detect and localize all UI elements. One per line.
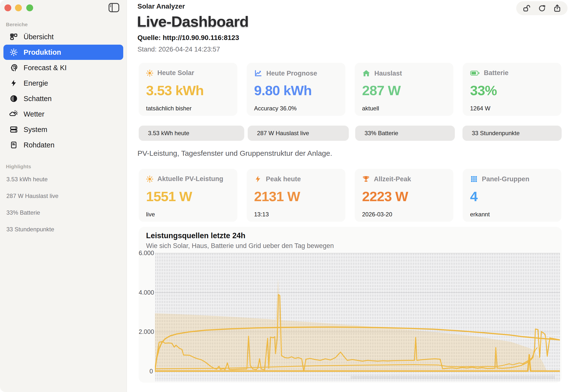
highlight-item: 3.53 kWh heute <box>0 171 127 188</box>
y-axis-tick-label: 2.000 <box>139 328 153 335</box>
sidebar-item-system[interactable]: System <box>3 122 123 137</box>
sidebar-section-header: Bereiche <box>0 22 127 29</box>
stat-card-value: 2223 W <box>362 188 408 204</box>
house-icon <box>362 69 370 78</box>
sidebar-nav: BereicheÜbersichtProduktionForecast & KI… <box>0 22 127 238</box>
server-icon <box>6 125 21 134</box>
stat-card-heute-solar: Heute Solar3.53 kWhtatsächlich bisher <box>139 63 237 116</box>
stat-card-hauslast: Hauslast287 Waktuell <box>355 63 453 116</box>
stat-card-value: 9.80 kWh <box>254 83 312 98</box>
trophy-icon <box>362 175 370 183</box>
highlight-item: 287 W Hauslast live <box>0 188 127 204</box>
stat-card-value: 4 <box>470 188 477 204</box>
sidebar-item-schatten[interactable]: Schatten <box>3 91 123 106</box>
chart-title: Leistungsquellen letzte 24h <box>146 231 246 240</box>
power-sources-chart <box>155 253 560 383</box>
stat-card-subtext: live <box>146 211 155 218</box>
highlight-item: 33 Stundenpunkte <box>0 221 127 238</box>
refresh-icon <box>538 4 546 13</box>
y-axis-tick-label: 0 <box>139 368 153 375</box>
summary-chip: 33 Stundenpunkte <box>463 126 562 141</box>
sidebar-item-label: Wetter <box>24 110 44 118</box>
sidebar: BereicheÜbersichtProduktionForecast & KI… <box>0 0 127 392</box>
stat-card-value: 33% <box>470 83 497 98</box>
stat-card-value: 3.53 kWh <box>146 83 204 98</box>
stat-card-label: Hauslast <box>374 70 402 77</box>
stat-card-label: Aktuelle PV-Leistung <box>157 175 223 183</box>
sidebar-item-produktion[interactable]: Produktion <box>3 45 123 60</box>
bolt-icon <box>254 175 262 183</box>
stat-card-value: 287 W <box>362 83 401 98</box>
stat-card-label: Heute Prognose <box>266 70 317 77</box>
stat-card-subtext: aktuell <box>362 105 379 112</box>
stat-card-panel-gruppen: Panel-Gruppen4erkannt <box>463 169 561 222</box>
share-button[interactable] <box>552 3 562 13</box>
sidebar-item-label: Schatten <box>24 95 52 103</box>
stat-card-heute-prognose: Heute Prognose9.80 kWhAccuracy 36.0% <box>247 63 345 116</box>
stat-card-peak-heute: Peak heute2131 W13:13 <box>247 169 345 222</box>
sidebar-item-rohdaten[interactable]: Rohdaten <box>3 137 123 153</box>
app-window: BereicheÜbersichtProduktionForecast & KI… <box>0 0 569 392</box>
chart-plot-area: 6.0004.0002.0000 <box>139 253 562 383</box>
stat-card-aktuelle-pv-leistung: Aktuelle PV-Leistung1551 Wlive <box>139 169 237 222</box>
refresh-button[interactable] <box>537 3 547 13</box>
sidebar-item-forecast-ki[interactable]: Forecast & KI <box>3 60 123 75</box>
chart-subtitle: Wie sich Solar, Haus, Batterie und Grid … <box>146 242 334 250</box>
y-axis-tick-label: 6.000 <box>139 250 153 257</box>
sun-icon <box>6 48 21 56</box>
sidebar-toggle-icon[interactable] <box>108 2 120 13</box>
highlight-item: 33% Batterie <box>0 204 127 221</box>
stat-card-label: Allzeit-Peak <box>374 175 411 183</box>
half-circle-icon <box>6 95 21 102</box>
document-icon <box>6 141 21 149</box>
stat-card-value: 1551 W <box>146 188 192 204</box>
stat-card-subtext: 13:13 <box>254 211 269 218</box>
sidebar-item-label: System <box>24 126 47 134</box>
sun-icon <box>146 175 153 183</box>
sidebar-section-header: Highlights <box>0 164 127 171</box>
sidebar-item-übersicht[interactable]: Übersicht <box>3 29 123 44</box>
minimize-window-button[interactable] <box>15 4 22 11</box>
stat-card-batterie: Batterie33%1264 W <box>463 63 561 116</box>
sidebar-item-label: Energie <box>24 79 48 87</box>
sun-icon <box>146 70 153 77</box>
stat-card-label: Panel-Gruppen <box>482 175 529 183</box>
stat-card-subtext: 1264 W <box>470 105 490 112</box>
sidebar-item-label: Übersicht <box>24 33 54 41</box>
x-axis-tick-labels <box>351 374 555 379</box>
unlock-icon <box>522 4 531 13</box>
last-updated: Stand: 2026-04-24 14:23:57 <box>137 46 220 53</box>
stat-card-subtext: erkannt <box>470 211 490 218</box>
overview-grid-icon <box>6 33 21 41</box>
close-window-button[interactable] <box>4 4 11 11</box>
sidebar-item-label: Forecast & KI <box>24 64 67 72</box>
sidebar-item-label: Produktion <box>24 48 61 56</box>
summary-chip: 33% Batterie <box>355 126 455 141</box>
trend-chart-icon <box>254 69 263 78</box>
zoom-window-button[interactable] <box>26 4 33 11</box>
stat-card-subtext: tatsächlich bisher <box>146 105 191 112</box>
stat-card-value: 2131 W <box>254 188 300 204</box>
brain-head-icon <box>6 64 21 72</box>
stat-card-label: Peak heute <box>266 175 301 183</box>
sidebar-item-energie[interactable]: Energie <box>3 76 123 91</box>
battery-icon <box>470 70 480 77</box>
unlock-button[interactable] <box>522 3 531 13</box>
panel-grid-icon <box>470 175 478 183</box>
section-description: PV-Leistung, Tagesfenster und Gruppenstr… <box>137 149 332 157</box>
stat-card-allzeit-peak: Allzeit-Peak2223 W2026-03-20 <box>355 169 453 222</box>
app-title: Solar Analyzer <box>137 2 185 10</box>
chart-card: Leistungsquellen letzte 24h Wie sich Sol… <box>139 227 562 383</box>
share-icon <box>553 4 562 13</box>
summary-chip: 287 W Hauslast live <box>248 126 349 141</box>
page-title: Live-Dashboard <box>137 13 249 30</box>
source-url: Quelle: http://10.90.90.116:8123 <box>137 34 239 42</box>
stat-card-label: Heute Solar <box>157 69 194 77</box>
y-axis-tick-label: 4.000 <box>139 289 153 296</box>
stat-card-label: Batterie <box>484 69 509 77</box>
bolt-icon <box>6 79 21 87</box>
stat-card-subtext: 2026-03-20 <box>362 211 392 218</box>
sidebar-item-wetter[interactable]: Wetter <box>3 106 123 122</box>
stat-card-subtext: Accuracy 36.0% <box>254 105 296 112</box>
summary-chip: 3.53 kWh heute <box>139 126 244 141</box>
